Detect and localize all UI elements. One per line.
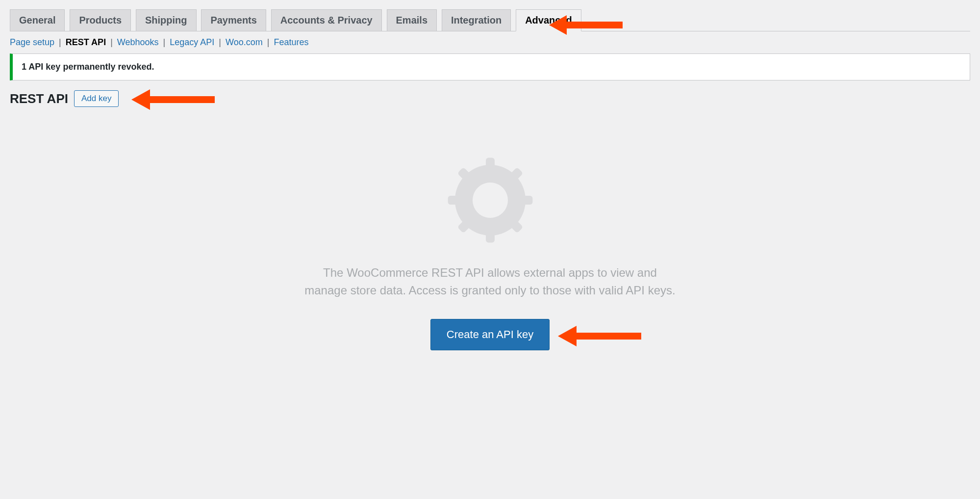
empty-state: The WooCommerce REST API allows external… — [10, 156, 970, 380]
subnav-woo-com[interactable]: Woo.com — [226, 37, 263, 47]
svg-rect-5 — [518, 196, 532, 205]
subnav-legacy-api[interactable]: Legacy API — [170, 37, 214, 47]
notice-success: 1 API key permanently revoked. — [10, 53, 970, 80]
arrow-annotation-create-key — [558, 324, 641, 350]
subnav-rest-api[interactable]: REST API — [66, 37, 106, 47]
separator: | — [219, 37, 224, 47]
tab-shipping[interactable]: Shipping — [136, 9, 197, 31]
separator: | — [59, 37, 64, 47]
notice-message: 1 API key permanently revoked. — [22, 62, 154, 72]
add-key-button[interactable]: Add key — [74, 90, 119, 107]
settings-tabs: General Products Shipping Payments Accou… — [10, 5, 970, 31]
create-api-key-button[interactable]: Create an API key — [430, 319, 550, 350]
tab-payments[interactable]: Payments — [201, 9, 266, 31]
gear-icon — [446, 156, 534, 244]
separator: | — [267, 37, 272, 47]
svg-rect-3 — [486, 229, 495, 243]
subnav-features[interactable]: Features — [274, 37, 308, 47]
arrow-annotation-add-key — [131, 87, 215, 113]
page-heading-row: REST API Add key — [10, 90, 970, 107]
page-title: REST API — [10, 91, 68, 106]
tab-emails[interactable]: Emails — [387, 9, 437, 31]
svg-marker-1 — [131, 89, 215, 110]
svg-rect-4 — [448, 196, 462, 205]
svg-marker-10 — [558, 326, 641, 346]
tab-accounts-privacy[interactable]: Accounts & Privacy — [271, 9, 382, 31]
tab-advanced[interactable]: Advanced — [516, 9, 581, 31]
separator: | — [110, 37, 115, 47]
tab-integration[interactable]: Integration — [442, 9, 511, 31]
subnav-page-setup[interactable]: Page setup — [10, 37, 54, 47]
subnav-webhooks[interactable]: Webhooks — [117, 37, 159, 47]
sub-navigation: Page setup | REST API | Webhooks | Legac… — [10, 37, 970, 48]
empty-state-description: The WooCommerce REST API allows external… — [304, 264, 677, 299]
tab-general[interactable]: General — [10, 9, 65, 31]
tab-products[interactable]: Products — [70, 9, 131, 31]
separator: | — [163, 37, 168, 47]
svg-rect-2 — [486, 158, 495, 172]
